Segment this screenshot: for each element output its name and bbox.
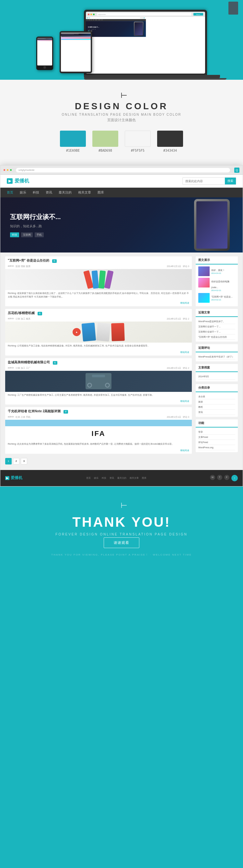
func-item-1[interactable]: 登录 — [198, 430, 235, 435]
sidebar-func-title: 功能 — [196, 420, 238, 428]
browser-button-text: Search — [196, 13, 200, 15]
hero-tags: 科技 互联网 手机 — [10, 232, 61, 237]
mini-logo: ▶ 爱播机 — [87, 18, 90, 19]
article-2-read-more[interactable]: 继续阅读 — [180, 351, 189, 354]
recent-item-1[interactable]: WordPress是这样告诉了。 — [198, 319, 235, 324]
site-footer: ▶ 爱播机 首页 娱乐 科技 资讯 最关注的 相关文章 图库 W T F ↑ — [0, 470, 243, 486]
article-3-author: admin — [8, 367, 14, 370]
social-icon-2[interactable]: T — [217, 475, 222, 480]
site-search-submit[interactable]: 搜索 — [225, 178, 236, 184]
swatch-label-2: #BAD698 — [98, 149, 112, 152]
category-item-4[interactable]: 资讯 — [198, 410, 235, 415]
nav-item-rel[interactable]: 相关文章 — [78, 190, 91, 195]
img2-box3 — [111, 323, 125, 341]
func-item-4[interactable]: WordPress.org — [198, 445, 235, 450]
browser-button: Search — [193, 13, 203, 16]
article-3-body: Richting: 工厂生产精密机械设备零件生产加工, 公司主要生产各类精密零件… — [5, 392, 192, 399]
swatch-box-4 — [157, 131, 183, 147]
color-swatch-1: #1EA9BE — [60, 131, 86, 152]
cross-icon — [119, 93, 124, 98]
social-icon-3[interactable]: F — [224, 475, 230, 480]
category-item-2[interactable]: 旅游 — [198, 399, 235, 404]
phone-display: 爱播机 — [37, 38, 52, 65]
footer-link-2[interactable]: 娱乐 — [94, 476, 98, 480]
social-icon-rocket[interactable]: ↑ — [231, 475, 238, 481]
mini-nav-article: 相关文章 — [98, 20, 100, 20]
design-color-section: DESIGN COLOR ONLINE TRANSLATION PAGE DES… — [0, 80, 243, 165]
thankyou-button[interactable]: 谢谢观看 — [104, 537, 139, 548]
footer-link-3[interactable]: 科技 — [102, 476, 106, 480]
site-logo[interactable]: ▶ 爱播机 — [7, 178, 29, 184]
hero-tag2: 互联网 — [21, 232, 33, 237]
func-item-3[interactable]: 评论Feed — [198, 440, 235, 445]
machine-body — [86, 373, 112, 389]
footer-link-1[interactable]: 首页 — [86, 476, 91, 480]
site-search[interactable]: 搜索 — [182, 177, 236, 185]
page-btn-3[interactable]: 3 — [21, 458, 27, 464]
category-item-1[interactable]: 未分类 — [198, 394, 235, 399]
hero-tag1: 科技 — [10, 232, 19, 237]
gallery-item-3-link[interactable]: 2014-02-21 — [211, 299, 233, 301]
footer-link-5[interactable]: 最关注的 — [117, 476, 126, 480]
devices-container: 爱播机 爱播机 — [36, 10, 207, 80]
nav-item-gallery[interactable]: 图库 — [97, 190, 104, 195]
mini-search: 搜索此处内容 Q — [140, 17, 145, 19]
category-item-3[interactable]: 教程 — [198, 404, 235, 410]
website-search-button[interactable]: Q — [234, 167, 239, 173]
article-1-body: Richting: 老鼠掌握了很久以来的标准机型上线了，这说明了什么？以下为大家… — [5, 290, 192, 301]
mini-hero-section: 互联网行业谈不... 知识的，知处从多...跑 科技 互联网 — [86, 21, 146, 37]
func-item-2[interactable]: 文章Feed — [198, 435, 235, 440]
img2-shape1: ▲ — [72, 328, 81, 336]
nav-item-tech[interactable]: 科技 — [33, 190, 39, 195]
article-4-read-more[interactable]: 继续阅读 — [180, 449, 189, 452]
footer-link-4[interactable]: 资讯 — [110, 476, 114, 480]
social-icon-1[interactable]: W — [210, 475, 215, 480]
recent-item-4[interactable]: "互联网+劳" 也是这么任任的 — [198, 335, 235, 340]
website-url-bar[interactable]: unlylymudede — [16, 168, 230, 173]
article-1-header: "互联网+劳" 你是这么任任的 投 admin 投资 理财 股票 2014年2月… — [5, 256, 192, 269]
page-btn-2[interactable]: 2 — [13, 458, 20, 464]
sidebar-gallery-widget: 图文展示 你好，朋友！ 2014-04-21 你好这是你的电脑(note... — [196, 256, 238, 306]
mini-nav-news: 资讯 — [93, 20, 94, 20]
gallery-item-2-link[interactable]: 2014-02-21 — [211, 289, 235, 291]
thankyou-subtitle: FOREVER DESIGN ONLINE TRANSLATION PAGE D… — [6, 532, 237, 536]
footer-link-7[interactable]: 图库 — [142, 476, 147, 480]
footer-logo: ▶ 爱播机 — [5, 475, 22, 481]
mini-logo-icon: ▶ — [87, 18, 88, 19]
nav-item-info[interactable]: 资讯 — [46, 190, 52, 195]
article-2: 压花机/移精密机械 机 admin 订单 加工 模具 2014年2月1日 评论 … — [5, 309, 192, 355]
recent-item-3[interactable]: 互联网行业谈不一了... — [198, 329, 235, 335]
mini-hero-device — [134, 22, 144, 36]
swatch-label-3: #F5F5F5 — [131, 149, 145, 152]
site-search-input[interactable] — [183, 178, 225, 184]
article-3-title-row: 盐城高美特精密机械有限公司 机 — [8, 360, 189, 366]
article-4-header: 千光机评结者 红米Note 2高能版评测 评 admin 红米 小米 手机 20… — [5, 407, 192, 420]
article-3-title: 盐城高美特精密机械有限公司 — [8, 360, 50, 365]
nav-item-home[interactable]: 首页 — [7, 190, 13, 195]
gallery-item-1-link[interactable]: 2014-04-21 — [211, 272, 225, 274]
sidebar-gallery-body: 你好，朋友！ 2014-04-21 你好这是你的电脑(note... 2014-… — [196, 265, 238, 306]
ifa-text: IFA — [91, 430, 105, 438]
hero-text: 互联网行业谈不... 知识的，知处从多...跑 科技 互联网 手机 — [0, 205, 71, 245]
nav-item-ent[interactable]: 娱乐 — [20, 190, 26, 195]
article-4-body: Richting: 此次发布会为消费者带来了多款高清精品手机, 包括最新款智能手… — [5, 441, 192, 448]
article-2-author: admin — [8, 317, 14, 320]
gallery-item-1: 你好，朋友！ 2014-04-21 — [198, 267, 235, 276]
website-url-text: unlylymudede — [19, 168, 34, 172]
img2-box1 — [82, 322, 96, 341]
recent-item-2[interactable]: 互联网行业谈不一了... — [198, 324, 235, 329]
footer-link-6[interactable]: 相关文章 — [130, 476, 139, 480]
article-1-read-more[interactable]: 继续阅读 — [180, 302, 189, 305]
hero-title: 互联网行业谈不... — [10, 213, 61, 221]
article-4-date: 2014年2月1日 — [167, 415, 181, 419]
article-3-footer: 继续阅读 — [5, 399, 192, 404]
article-3-read-more[interactable]: 继续阅读 — [180, 400, 189, 403]
hero-device — [194, 199, 230, 251]
archive-item-1[interactable]: 2014年5月 — [198, 374, 235, 379]
machine-wheel2 — [105, 383, 110, 388]
nav-item-hot[interactable]: 最关注的 — [59, 190, 71, 195]
page-btn-1[interactable]: 1 — [5, 458, 12, 464]
article-1-image — [5, 269, 192, 290]
main-content: "互联网+劳" 你是这么任任的 投 admin 投资 理财 股票 2014年2月… — [5, 256, 192, 466]
gallery-item-2-text: 你好这是你的电脑(note... — [211, 280, 230, 288]
